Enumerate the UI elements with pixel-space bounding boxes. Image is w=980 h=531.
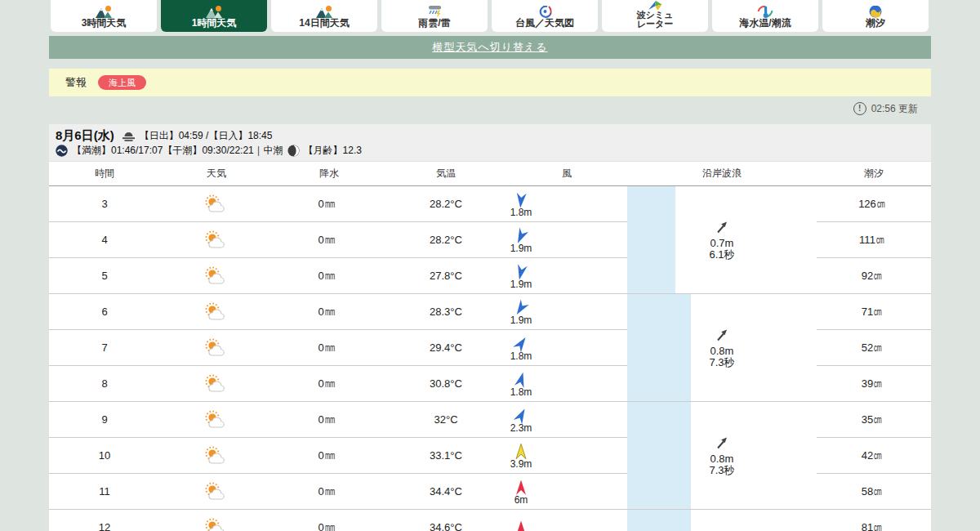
tab-wave-simulator[interactable]: 波シミュレーター xyxy=(602,0,708,32)
wind-cell: 1.9m xyxy=(506,222,627,258)
wave-period: 7.3秒 xyxy=(709,465,734,476)
layout-switch-banner: 横型天気へ切り替える xyxy=(49,36,931,59)
wind-cell: 1.8m xyxy=(506,186,627,222)
tide-cell: 58cm xyxy=(817,474,931,510)
info-icon[interactable]: ! xyxy=(853,102,866,115)
hour-cell: 9 xyxy=(49,402,160,438)
temp-cell: 28.3°C xyxy=(385,294,506,330)
temp-cell: 33.1°C xyxy=(385,438,506,474)
sun-cloud-icon xyxy=(203,409,229,430)
tab-radar-lightning[interactable]: 雨雲/雷 xyxy=(381,0,488,32)
sun-cloud-icon xyxy=(203,194,229,214)
temp-cell: 32°C xyxy=(385,402,506,438)
wave-height: 0.8m xyxy=(709,346,734,357)
tab-label: 台風／天気図 xyxy=(515,18,574,29)
coastal-wave-cell: 0.8m 7.3秒 xyxy=(627,294,817,402)
wind-cell: 6m xyxy=(506,474,627,510)
tab-14day-weather[interactable]: 14日間天気 xyxy=(271,0,377,32)
temp-cell: 28.2°C xyxy=(385,186,506,222)
wave-period: 7.3秒 xyxy=(709,357,734,368)
moon-phase-icon xyxy=(287,145,300,157)
tab-label: 3時間天気 xyxy=(82,18,127,29)
hour-cell: 11 xyxy=(49,474,160,510)
sun-cloud-icon xyxy=(203,230,229,250)
date-label: 8月6日(水) xyxy=(56,128,114,144)
weather-cell xyxy=(160,474,273,510)
temp-cell: 30.8°C xyxy=(385,366,506,402)
mountain-weather-icon xyxy=(205,6,223,18)
tide-cell: 39cm xyxy=(817,366,931,402)
weather-cell xyxy=(160,366,273,402)
temp-cell: 29.4°C xyxy=(385,330,506,366)
sun-cloud-icon xyxy=(203,266,229,286)
wave-direction-arrow-icon xyxy=(714,435,730,451)
tide-cell: 42cm xyxy=(817,438,931,474)
hour-cell: 6 xyxy=(49,294,160,330)
wave-height: 0.8m xyxy=(709,453,734,465)
tab-label: 1時間天気 xyxy=(192,18,237,29)
warning-label: 警報 xyxy=(65,75,87,90)
temp-cell: 27.8°C xyxy=(385,258,506,294)
tab-label: 潮汐 xyxy=(866,18,885,29)
hourly-marine-weather-page: 3時間天気 1時間天気 14日間天気 雨雲/雷 台風／天気図 xyxy=(0,0,980,531)
tab-sea-temp-current[interactable]: 海水温/潮流 xyxy=(712,0,818,32)
precip-cell: 0mm xyxy=(273,186,385,222)
weather-cell xyxy=(160,402,273,438)
weather-cell xyxy=(160,222,273,258)
tab-tide[interactable]: 潮汐 xyxy=(822,0,929,32)
sun-cloud-icon xyxy=(203,445,229,466)
sun-cloud-icon xyxy=(203,481,229,502)
sea-wind-warning-badge[interactable]: 海上風 xyxy=(98,75,146,90)
tide-phase-band xyxy=(627,186,675,293)
sea-temp-current-icon xyxy=(756,6,774,18)
date-header: 8月6日(水) 【日出】04:59 /【日入】18:45 【満潮】01:46/1… xyxy=(49,124,931,162)
sunset-icon xyxy=(122,130,136,142)
precip-cell: 0mm xyxy=(273,510,385,531)
weather-cell xyxy=(160,330,273,366)
forecast-table-body: 3 0mm 28.2°C 1.8m 126cm 4 0mm 28.2°C 1.9… xyxy=(49,186,931,531)
tab-3hour-weather[interactable]: 3時間天気 xyxy=(51,0,157,32)
precip-cell: 0mm xyxy=(273,402,385,438)
hour-cell: 4 xyxy=(49,222,160,258)
coastal-wave-cell xyxy=(627,510,817,531)
col-header-wind: 風 xyxy=(506,162,627,185)
precip-cell: 0mm xyxy=(273,258,385,294)
weather-cell xyxy=(160,294,273,330)
precip-cell: 0mm xyxy=(273,294,385,330)
tide-cell: 111cm xyxy=(817,222,931,258)
wind-direction-arrow-icon xyxy=(512,479,530,497)
tide-cell: 126cm xyxy=(817,186,931,222)
tab-label: 雨雲/雷 xyxy=(418,18,450,29)
weather-cell xyxy=(160,258,273,294)
wave-direction-arrow-icon xyxy=(714,327,730,343)
update-row: ! 02:56 更新 xyxy=(0,96,980,121)
update-time: 02:56 更新 xyxy=(871,102,918,116)
wind-cell: 1.9m xyxy=(506,258,627,294)
tide-cell: 81cm xyxy=(817,510,931,531)
col-header-coastal-wave: 沿岸波浪 xyxy=(627,162,817,185)
hour-cell: 3 xyxy=(49,186,160,222)
tab-1hour-weather[interactable]: 1時間天気 xyxy=(161,0,267,32)
rain-lightning-icon xyxy=(425,6,443,18)
tide-phase-band xyxy=(627,294,691,401)
tide-phase-band xyxy=(627,510,691,531)
tab-label: 波シミュレーター xyxy=(635,11,675,29)
mountain-weather-icon xyxy=(95,6,113,18)
mountain-weather-icon xyxy=(315,6,333,18)
wind-cell: 1.8m xyxy=(506,366,627,402)
weather-cell xyxy=(160,510,273,531)
sun-cloud-icon xyxy=(203,517,229,531)
coastal-wave-cell: 0.7m 6.1秒 xyxy=(627,186,817,294)
tab-label: 14日間天気 xyxy=(299,18,349,29)
tab-typhoon-chart[interactable]: 台風／天気図 xyxy=(492,0,598,32)
sun-cloud-icon xyxy=(203,373,229,394)
switch-to-horizontal-link[interactable]: 横型天気へ切り替える xyxy=(432,40,547,55)
sun-cloud-icon xyxy=(203,337,229,358)
table-header-row: 時間 天気 降水 気温 風 沿岸波浪 潮汐 xyxy=(49,162,931,186)
wind-cell xyxy=(506,510,627,531)
tide-cell: 71cm xyxy=(817,294,931,330)
wind-direction-arrow-icon xyxy=(511,190,531,210)
wind-cell: 1.9m xyxy=(506,294,627,330)
tide-cell: 35cm xyxy=(817,402,931,438)
tide-cell: 52cm xyxy=(817,330,931,366)
